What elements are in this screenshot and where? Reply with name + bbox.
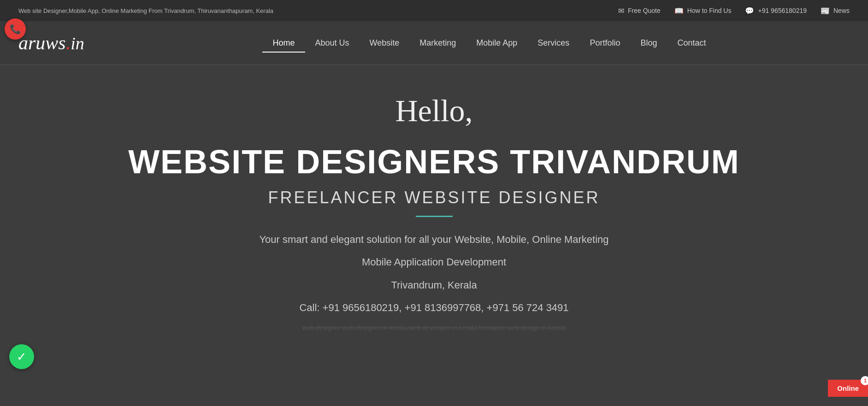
phone-fab[interactable]: 📞 — [5, 18, 26, 40]
newspaper-icon: 📰 — [821, 6, 830, 15]
logo-main-text: aruws — [18, 32, 66, 53]
hero-desc-line1: Your smart and elegant solution for all … — [18, 231, 850, 248]
hero-hello: Hello, — [18, 93, 850, 129]
nav-item-marketing[interactable]: Marketing — [409, 34, 466, 53]
nav-item-website[interactable]: Website — [360, 34, 410, 53]
logo-in: in — [71, 34, 84, 53]
top-bar-free-quote[interactable]: ✉ Free Quote — [618, 6, 661, 15]
top-bar-actions: ✉ Free Quote 📖 How to Find Us 💬 +91 9656… — [618, 6, 850, 15]
nav-item-portfolio[interactable]: Portfolio — [579, 34, 630, 53]
top-bar-tagline: Web site Designer,Mobile App, Online Mar… — [18, 7, 273, 14]
main-nav: Home About Us Website Marketing Mobile A… — [129, 34, 850, 53]
nav-item-about[interactable]: About Us — [305, 34, 360, 53]
online-count: 1 — [861, 376, 868, 385]
nav-item-blog[interactable]: Blog — [630, 34, 667, 53]
hero-section: Hello, WEBSITE DESIGNERS TRIVANDRUM FREE… — [0, 65, 868, 360]
nav-item-contact[interactable]: Contact — [667, 34, 716, 53]
hero-desc-line2: Mobile Application Development — [18, 253, 850, 271]
news-label: News — [833, 7, 850, 14]
hero-subtitle: FREELANCER WEBSITE DESIGNER — [18, 188, 850, 207]
chat-icon: 💬 — [745, 6, 754, 15]
header: aruws.in Home About Us Website Marketing… — [0, 21, 868, 65]
online-chat-badge[interactable]: Online 1 — [828, 380, 868, 397]
hero-title: WEBSITE DESIGNERS TRIVANDRUM — [18, 143, 850, 181]
hero-seo-text: web designer web designer in kerala web … — [18, 324, 850, 331]
nav-item-services[interactable]: Services — [527, 34, 579, 53]
whatsapp-icon: ✓ — [17, 350, 27, 364]
nav-item-mobile-app[interactable]: Mobile App — [466, 34, 527, 53]
map-icon: 📖 — [674, 6, 684, 15]
free-quote-label: Free Quote — [628, 7, 661, 14]
hero-desc-line4: Call: +91 9656180219, +91 8136997768, +9… — [18, 299, 850, 316]
top-bar-how-to-find[interactable]: 📖 How to Find Us — [674, 6, 732, 15]
top-bar-phone[interactable]: 💬 +91 9656180219 — [745, 6, 807, 15]
top-bar-news[interactable]: 📰 News — [821, 6, 850, 15]
whatsapp-fab[interactable]: ✓ — [9, 344, 34, 369]
hero-desc-line3: Trivandrum, Kerala — [18, 277, 850, 294]
hero-divider — [416, 216, 453, 217]
phone-icon: 📞 — [10, 24, 21, 35]
how-to-find-label: How to Find Us — [687, 7, 732, 14]
phone-label: +91 9656180219 — [758, 7, 807, 14]
top-bar: Web site Designer,Mobile App, Online Mar… — [0, 0, 868, 21]
logo[interactable]: aruws.in — [18, 32, 101, 54]
online-label: Online — [837, 384, 859, 392]
logo-dot: . — [66, 32, 71, 53]
nav-item-home[interactable]: Home — [262, 34, 305, 53]
envelope-icon: ✉ — [618, 6, 624, 15]
